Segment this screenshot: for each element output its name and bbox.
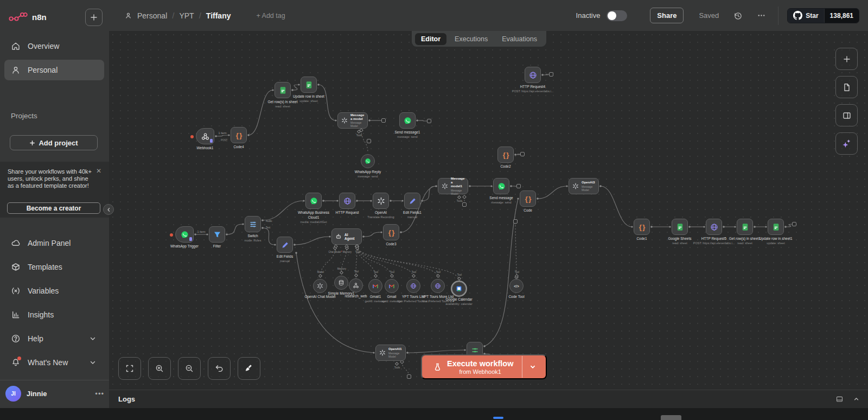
node-gmail1[interactable]: Gmail1getAll: messageTool xyxy=(368,279,382,293)
connection-endpoint[interactable] xyxy=(427,119,431,123)
breadcrumb-project[interactable]: Personal xyxy=(137,11,167,20)
connection-endpoint[interactable] xyxy=(462,202,467,207)
node-getrow1[interactable]: Get row(s) in sheet1read: sheet xyxy=(737,219,753,235)
node-yptmore[interactable]: YPT Tours More ListYour Preferred Tours … xyxy=(431,279,445,293)
node-openai3[interactable]: OpenAI3Message Model xyxy=(569,178,599,194)
node-gmail[interactable]: Gmailsend: messageTool xyxy=(385,279,399,293)
node-openai[interactable]: OpenAITranslate Recording xyxy=(373,193,389,209)
node-openai1[interactable]: OpenAI1Message ModelTools xyxy=(375,345,406,361)
node-aiagent[interactable]: AI AgentChat Model*MemoryTool xyxy=(331,228,362,245)
node-gsheets[interactable]: Google Sheetsread: sheet xyxy=(672,219,688,235)
tab-executions[interactable]: Executions xyxy=(449,33,494,45)
sticky-note-button[interactable] xyxy=(835,76,858,98)
node-code1[interactable]: { }Code1 xyxy=(634,219,650,235)
node-simplemem[interactable]: Simple Memory1Memory xyxy=(334,276,348,290)
tab-evaluations[interactable]: Evaluations xyxy=(496,33,543,45)
node-label: Code4 xyxy=(233,145,244,150)
add-tag-button[interactable]: + Add tag xyxy=(256,12,285,20)
node-codetool[interactable]: </>Code ToolTool xyxy=(509,279,524,293)
user-menu-button[interactable]: ••• xyxy=(95,390,104,398)
connection-endpoint[interactable] xyxy=(513,219,518,224)
connection-endpoint[interactable] xyxy=(407,374,411,379)
sidebar-item-label: Variables xyxy=(28,287,59,295)
connection-endpoint[interactable] xyxy=(367,139,371,143)
chevron-up-icon[interactable] xyxy=(852,395,860,403)
node-httpreq5[interactable]: HTTP Request5POST: https://api.elevenlab… xyxy=(706,219,722,235)
sidebar-item-overview[interactable]: Overview xyxy=(4,36,104,56)
node-msgmodel1[interactable]: Message a model1Message ModelTools xyxy=(438,178,468,194)
share-button[interactable]: Share xyxy=(650,8,684,23)
close-icon[interactable]: ✕ xyxy=(96,167,101,175)
tab-editor[interactable]: Editor xyxy=(415,33,446,45)
node-label: OpenAITranslate Recording xyxy=(367,211,394,219)
sidebar-collapse-button[interactable] xyxy=(103,204,114,215)
sidebar-item-whats-new[interactable]: What's New xyxy=(4,352,104,373)
node-wareply[interactable]: WhatsApp Replymessage: send xyxy=(361,154,375,168)
node-webhook1[interactable]: Webhook1 xyxy=(196,128,214,144)
plus-icon xyxy=(29,140,35,146)
tidy-up-button[interactable] xyxy=(238,357,260,380)
zoom-to-fit-button[interactable] xyxy=(118,357,141,380)
node-code2[interactable]: { }Code2 xyxy=(497,147,514,163)
more-options-icon[interactable] xyxy=(757,11,766,20)
ai-assistant-button[interactable] xyxy=(835,132,858,155)
node-updaterow[interactable]: Update row in sheetupdate: sheet xyxy=(301,77,317,93)
port-label: Memory xyxy=(337,268,346,270)
execute-workflow-button[interactable]: Execute workflow from Webhook1 xyxy=(421,354,547,379)
sidebar-item-templates[interactable]: Templates xyxy=(4,257,104,277)
node-watrigger[interactable]: WhatsApp Trigger xyxy=(175,226,194,243)
workflow-canvas[interactable]: Editor Executions Evaluations 1 itemPOST… xyxy=(109,31,868,390)
node-sendmsg[interactable]: Send messagemessage: send xyxy=(493,178,509,194)
node-editfields1[interactable]: Edit Fields1manual xyxy=(404,193,420,209)
sidebar-item-personal[interactable]: Personal xyxy=(4,60,104,80)
gmail-icon xyxy=(388,283,395,289)
connection-endpoint[interactable] xyxy=(792,222,796,226)
node-openaichat[interactable]: OpenAI Chat ModelModel xyxy=(313,279,327,293)
logs-panel-header[interactable]: Logs xyxy=(109,390,868,408)
node-updaterow1[interactable]: Update row in sheet1update: sheet xyxy=(768,219,784,235)
node-msgmodel[interactable]: Message a modelMessage ModelTools xyxy=(337,112,368,129)
node-code[interactable]: { }Code xyxy=(520,190,536,207)
sidebar-item-variables[interactable]: Variables xyxy=(4,281,104,301)
node-yptlist[interactable]: YPT Tours ListYour Preferred Tours w...T… xyxy=(406,279,420,293)
sidebar-item-admin-panel[interactable]: Admin Panel xyxy=(4,233,104,253)
connection-endpoint[interactable] xyxy=(516,184,521,188)
node-code3[interactable]: { }Code3 xyxy=(383,224,399,240)
sidebar-item-help[interactable]: Help xyxy=(4,328,104,349)
logs-popout-icon[interactable] xyxy=(835,395,844,403)
github-star-widget[interactable]: Star 138,861 xyxy=(787,8,859,23)
zoom-in-button[interactable] xyxy=(148,357,171,380)
undo-button[interactable] xyxy=(208,357,231,380)
zoom-out-button[interactable] xyxy=(178,357,201,380)
canvas-side-toolbar xyxy=(835,48,858,155)
become-creator-button[interactable]: Become a creator xyxy=(7,202,100,214)
connection-endpoint[interactable] xyxy=(549,72,553,77)
node-sendmsg1[interactable]: Send message1message: send xyxy=(399,112,416,129)
workflow-name[interactable]: Tiffany xyxy=(206,11,231,20)
split-view-button[interactable] xyxy=(835,104,858,126)
breadcrumb-folder[interactable]: YPT xyxy=(179,11,194,20)
new-workflow-button[interactable] xyxy=(85,9,103,26)
globe-icon xyxy=(710,223,718,231)
node-research[interactable]: research_webTool xyxy=(349,278,363,292)
node-filter[interactable]: Filter xyxy=(209,226,225,243)
sidebar-item-insights[interactable]: Insights xyxy=(4,304,104,325)
connection-endpoint[interactable] xyxy=(381,118,386,123)
node-editfields[interactable]: Edit Fieldsmanual xyxy=(277,237,293,253)
execute-options-chevron[interactable] xyxy=(522,356,542,378)
node-wabusiness[interactable]: WhatsApp BusinessCloud1media: mediaUrlGe… xyxy=(305,193,322,209)
connection-endpoint[interactable] xyxy=(520,152,525,156)
add-project-button[interactable]: Add project xyxy=(10,135,98,150)
user-row[interactable]: JI Jinnie ••• xyxy=(5,383,104,404)
history-icon[interactable] xyxy=(733,11,743,21)
robot-icon xyxy=(335,233,342,240)
node-httpreq4[interactable]: HTTP Request4POST: https://api.elevenlab… xyxy=(525,67,541,83)
node-code4[interactable]: { }Code4 xyxy=(231,127,247,143)
node-switch[interactable]: Switchmode: RulesAudioText xyxy=(245,216,261,232)
add-node-button[interactable] xyxy=(835,48,858,70)
node-gcal[interactable]: Google Calendaravailability: calendarToo… xyxy=(452,282,466,296)
node-httpreq[interactable]: HTTP Request xyxy=(339,193,355,209)
sidebar-item-label: Admin Panel xyxy=(28,239,71,247)
node-getrow[interactable]: Get row(s) in sheetread: sheet xyxy=(275,82,291,98)
activate-toggle[interactable] xyxy=(607,10,627,21)
